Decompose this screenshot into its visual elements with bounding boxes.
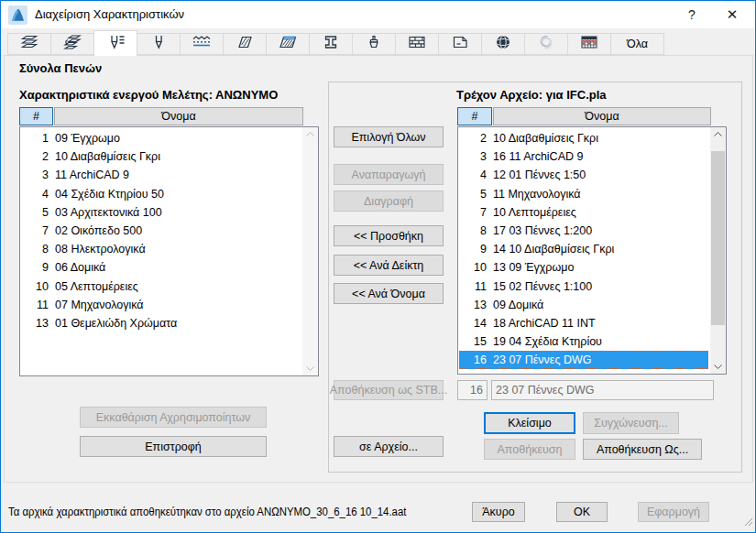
list-item[interactable]: 2 10 Διαβαθμίσεις Γκρι xyxy=(21,147,301,166)
row-name: 10 Διαβαθμίσεις Γκρι xyxy=(55,147,160,166)
row-index: 13 xyxy=(21,314,49,332)
archicad-logo-icon xyxy=(8,5,27,25)
index-column-header[interactable]: # xyxy=(457,107,492,125)
row-name: 12 01 Πέννες 1:50 xyxy=(493,166,586,184)
scrollbar[interactable] xyxy=(302,127,318,375)
list-item[interactable]: 3 16 11 ArchiCAD 9 xyxy=(459,147,708,166)
row-name: 10 Λεπτομέρειες xyxy=(493,203,576,222)
row-index: 10 xyxy=(459,258,487,277)
tab-surfaces[interactable] xyxy=(352,33,396,55)
row-index: 7 xyxy=(21,222,49,240)
scrollbar-up-button[interactable] xyxy=(302,127,318,141)
tab-layers[interactable] xyxy=(7,33,51,55)
row-index: 16 xyxy=(459,351,487,369)
name-field[interactable] xyxy=(491,380,714,400)
list-item[interactable]: 4 04 Σχέδια Κτηρίου 50 xyxy=(21,185,301,203)
list-item[interactable]: 16 23 07 Πέννες DWG xyxy=(459,351,708,369)
row-index: 14 xyxy=(459,314,487,332)
tab-zone-categories[interactable] xyxy=(438,33,482,55)
operation-profiles-icon xyxy=(535,33,557,55)
select-all-button[interactable]: Επιλογή Όλων xyxy=(334,126,444,147)
list-item[interactable]: 5 11 Μηχανολογικά xyxy=(459,185,708,203)
list-item[interactable]: 9 14 10 Διαβαθμίσεις Γκρι xyxy=(459,240,708,258)
surfaces-icon xyxy=(363,33,385,55)
resize-grip[interactable] xyxy=(744,514,753,530)
list-item[interactable]: 11 15 02 Πέννες 1:100 xyxy=(459,277,708,296)
list-item[interactable]: 13 09 Δομικά xyxy=(459,296,708,314)
project-attributes-list[interactable]: 1 09 Έγχρωμο 2 10 Διαβαθμίσεις Γκρι 3 11… xyxy=(19,126,319,376)
list-item[interactable]: 13 01 Θεμελιώδη Χρώματα xyxy=(21,314,301,332)
tab-composites[interactable] xyxy=(266,33,310,55)
row-name: 18 ArchiCAD 11 INT xyxy=(493,314,596,332)
list-item[interactable]: 5 03 Αρχιτεκτονικά 100 xyxy=(21,203,301,222)
tab-fill-types[interactable] xyxy=(223,33,267,55)
scrollbar-down-button[interactable] xyxy=(710,360,726,374)
tab-building-materials[interactable] xyxy=(395,33,439,55)
row-name: 04 Σχέδια Κτηρίου 50 xyxy=(55,185,164,203)
append-button[interactable]: << Προσθήκη xyxy=(334,225,444,246)
list-item[interactable]: 1 09 Έγχρωμο xyxy=(21,129,301,147)
tab-line-types[interactable] xyxy=(180,33,224,55)
revert-button[interactable]: Επιστροφή xyxy=(80,436,267,457)
list-item[interactable]: 10 13 09 Έγχρωμο xyxy=(459,258,708,277)
row-name: 06 Δομικά xyxy=(55,258,105,277)
index-field[interactable] xyxy=(457,380,488,400)
tab-cities[interactable] xyxy=(481,33,525,55)
row-index: 4 xyxy=(459,166,487,184)
scrollbar-down-button[interactable] xyxy=(302,362,318,375)
index-column-header[interactable]: # xyxy=(19,107,53,125)
tab-profiles[interactable] xyxy=(309,33,353,55)
profiles-icon xyxy=(320,33,342,55)
pens-icon xyxy=(148,33,170,55)
row-name: 09 Έγχρωμο xyxy=(55,129,120,147)
row-name: 02 Οικόπεδο 500 xyxy=(55,222,142,240)
apply-button: Εφαρμογή xyxy=(638,502,709,522)
list-item[interactable]: 8 08 Ηλεκτρολογικά xyxy=(21,240,301,258)
row-name: 09 Δομικά xyxy=(493,296,543,314)
save-as-button[interactable]: Αποθήκευση Ως... xyxy=(583,439,702,460)
tab-operation-profiles[interactable] xyxy=(524,33,568,55)
list-item[interactable]: 8 17 03 Πέννες 1:200 xyxy=(459,222,708,240)
tab-pens[interactable] xyxy=(137,33,181,55)
purge-unused-button: Εκκαθάριση Αχρησιμοποίητων xyxy=(80,407,267,428)
ok-button[interactable]: OK xyxy=(556,502,608,522)
row-index: 3 xyxy=(21,166,49,184)
row-name: 11 ArchiCAD 9 xyxy=(55,166,129,184)
list-item[interactable]: 14 18 ArchiCAD 11 INT xyxy=(459,314,708,332)
list-item[interactable]: 3 11 ArchiCAD 9 xyxy=(21,166,301,184)
cancel-button[interactable]: Άκυρο xyxy=(472,502,525,522)
list-item[interactable]: 7 02 Οικόπεδο 500 xyxy=(21,222,301,240)
tab-mep-systems[interactable] xyxy=(567,33,611,55)
project-attributes-title: Χαρακτηριστικά ενεργού Μελέτης: ΑΝΩΝΥΜΟ xyxy=(19,88,278,102)
duplicate-button: Αναπαραγωγή xyxy=(334,164,444,185)
list-item[interactable]: 7 10 Λεπτομέρειες xyxy=(459,203,708,222)
list-item[interactable]: 15 19 04 Σχέδια Κτηρίου xyxy=(459,332,708,351)
row-index: 9 xyxy=(21,258,49,277)
composites-icon xyxy=(277,33,299,55)
to-file-button[interactable]: σε Αρχείο... xyxy=(334,436,444,457)
fill-types-icon xyxy=(234,33,256,55)
name-column-header[interactable]: Όνομα xyxy=(493,107,711,125)
row-name: 01 Θεμελιώδη Χρώματα xyxy=(55,314,177,332)
file-attributes-list[interactable]: 2 10 Διαβαθμίσεις Γκρι 3 16 11 ArchiCAD … xyxy=(457,126,727,375)
scrollbar-thumb[interactable] xyxy=(711,151,725,325)
row-index: 9 xyxy=(459,240,487,258)
close-dialog-button[interactable]: Κλείσιμο xyxy=(484,412,575,434)
close-window-button[interactable]: ✕ xyxy=(713,1,751,28)
list-item[interactable]: 2 10 Διαβαθμίσεις Γκρι xyxy=(459,129,708,147)
help-button[interactable]: ? xyxy=(673,1,711,28)
list-item[interactable]: 10 05 Λεπτομέρειες xyxy=(21,277,301,296)
name-column-header[interactable]: Όνομα xyxy=(54,107,303,125)
tab-layer-combinations[interactable] xyxy=(50,33,94,55)
tab-all[interactable]: Όλα xyxy=(610,33,664,55)
row-name: 08 Ηλεκτρολογικά xyxy=(55,240,146,258)
list-item[interactable]: 11 07 Μηχανολογικά xyxy=(21,296,301,314)
by-index-button[interactable]: << Ανά Δείκτη xyxy=(334,255,444,276)
list-item[interactable]: 4 12 01 Πέννες 1:50 xyxy=(459,166,708,184)
tab-pen-sets[interactable] xyxy=(93,30,137,56)
scrollbar-up-button[interactable] xyxy=(710,127,726,141)
by-name-button[interactable]: << Ανά Όνομα xyxy=(334,283,444,304)
row-index: 13 xyxy=(459,296,487,314)
list-item[interactable]: 9 06 Δομικά xyxy=(21,258,301,277)
scrollbar[interactable] xyxy=(710,127,726,374)
